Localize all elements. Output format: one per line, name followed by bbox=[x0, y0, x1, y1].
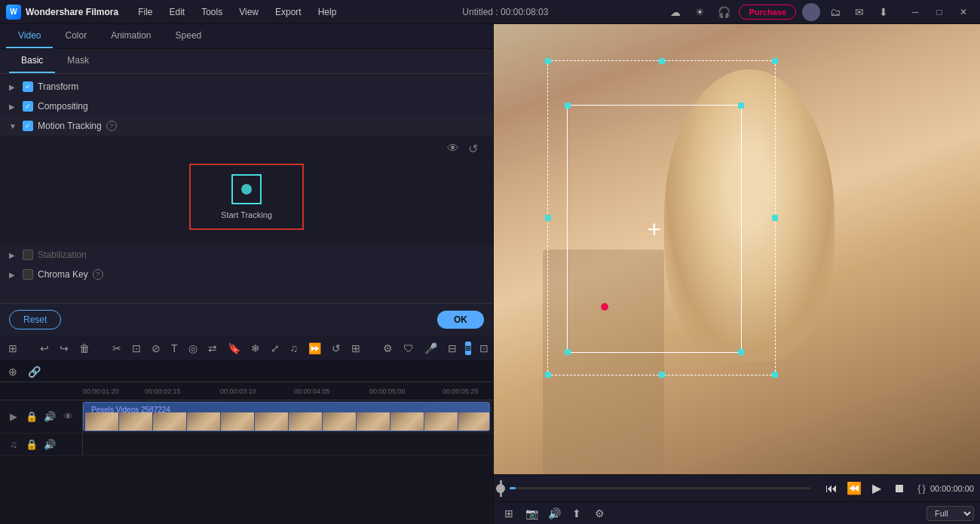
video-mute-icon[interactable]: 🔊 bbox=[42, 409, 57, 424]
motion-tracking-check[interactable]: ✓ bbox=[23, 121, 33, 131]
play-button[interactable]: ▶ bbox=[866, 478, 887, 499]
export2-icon[interactable]: ⬆ bbox=[568, 504, 586, 522]
content-area: Video Color Animation Speed Basic Mask ▶… bbox=[0, 24, 980, 524]
stop-button[interactable]: ⏹ bbox=[889, 478, 910, 499]
track-header-row: ⊕ 🔗 bbox=[0, 361, 493, 382]
video-clip[interactable]: Pexels Videos 2587224 bbox=[83, 402, 490, 431]
props-tab-mask[interactable]: Mask bbox=[55, 49, 101, 73]
audio-music-icon[interactable]: ♫ bbox=[6, 437, 21, 452]
video-track-content[interactable]: Pexels Videos 2587224 bbox=[83, 400, 493, 433]
rotate-icon[interactable]: ↺ bbox=[329, 340, 343, 357]
section-chroma-key[interactable]: ▶ Chroma Key ? bbox=[0, 265, 493, 284]
titlebar: W Wondershare Filmora File Edit Tools Vi… bbox=[0, 0, 980, 24]
headset-icon[interactable]: 🎧 bbox=[715, 3, 733, 21]
video-track: ▶ 🔒 🔊 👁 Pexels Videos 2587224 bbox=[0, 400, 493, 434]
close-button[interactable]: ✕ bbox=[953, 2, 974, 23]
zoom-select[interactable]: Full 50% 75% 100% bbox=[926, 506, 974, 521]
transform2-icon[interactable]: ⤢ bbox=[268, 340, 282, 357]
settings-icon[interactable]: ⚙ bbox=[590, 504, 608, 522]
split-icon[interactable]: ⊘ bbox=[149, 340, 163, 357]
redo-icon[interactable]: ↪ bbox=[57, 340, 71, 357]
snap-icon[interactable]: ⊞ bbox=[465, 342, 471, 355]
props-tab-basic[interactable]: Basic bbox=[9, 49, 55, 73]
delete-icon[interactable]: 🗑 bbox=[77, 340, 92, 357]
section-compositing[interactable]: ▶ ✓ Compositing bbox=[0, 97, 493, 116]
effect-icon[interactable]: ◎ bbox=[186, 340, 200, 357]
start-tracking-button[interactable]: Start Tracking bbox=[189, 164, 304, 230]
audio-lock-icon[interactable]: 🔒 bbox=[24, 437, 39, 452]
mic-icon[interactable]: 🎤 bbox=[422, 340, 439, 357]
compositing-check[interactable]: ✓ bbox=[23, 101, 33, 112]
mail-icon[interactable]: ✉ bbox=[850, 3, 868, 21]
rewind-button[interactable]: ⏮ bbox=[821, 478, 842, 499]
video-lock-icon[interactable]: 🔒 bbox=[24, 409, 39, 424]
progress-track[interactable] bbox=[500, 480, 502, 497]
add-track-icon[interactable]: ⊕ bbox=[6, 363, 20, 380]
pip-icon[interactable]: ⊡ bbox=[477, 340, 491, 357]
audio-icon[interactable]: ♫ bbox=[288, 340, 301, 357]
timeline-scrubber[interactable] bbox=[510, 487, 810, 489]
camera-icon[interactable]: 📷 bbox=[522, 504, 541, 522]
chroma-key-check[interactable] bbox=[23, 269, 33, 280]
speed2-icon[interactable]: ⏩ bbox=[306, 340, 323, 357]
replace-icon[interactable]: ⇄ bbox=[206, 340, 219, 357]
transform-check[interactable]: ✓ bbox=[23, 81, 33, 92]
bookmark-icon[interactable]: 🔖 bbox=[225, 340, 243, 357]
video-eye-icon[interactable]: 👁 bbox=[60, 409, 75, 424]
text-icon[interactable]: T bbox=[169, 340, 180, 357]
video-track-controls: ▶ 🔒 🔊 👁 bbox=[0, 400, 83, 433]
tab-color[interactable]: Color bbox=[53, 24, 99, 48]
menu-export[interactable]: Export bbox=[268, 4, 309, 20]
purchase-button[interactable]: Purchase bbox=[739, 5, 796, 20]
thumb-7 bbox=[289, 412, 322, 432]
ok-button[interactable]: OK bbox=[437, 311, 484, 329]
crop-icon[interactable]: ⊡ bbox=[130, 340, 143, 357]
gear-icon[interactable]: ⚙ bbox=[381, 340, 395, 357]
tracking-reset-icon[interactable]: ↺ bbox=[468, 142, 478, 156]
projects-icon[interactable]: 🗂 bbox=[826, 3, 844, 21]
fullscreen-icon[interactable]: ⊞ bbox=[500, 504, 518, 522]
sun-icon[interactable]: ☀ bbox=[691, 3, 709, 21]
download-icon[interactable]: ⬇ bbox=[874, 3, 893, 21]
avatar[interactable] bbox=[802, 3, 820, 21]
tools-grid-icon[interactable]: ⊞ bbox=[6, 340, 20, 357]
video-play-icon[interactable]: ▶ bbox=[6, 409, 21, 424]
section-stabilization[interactable]: ▶ Stabilization bbox=[0, 245, 493, 265]
section-transform[interactable]: ▶ ✓ Transform bbox=[0, 77, 493, 97]
in-point-icon[interactable]: { bbox=[917, 483, 920, 494]
reset-button[interactable]: Reset bbox=[9, 310, 61, 329]
maximize-button[interactable]: □ bbox=[929, 2, 950, 23]
out-point-icon[interactable]: } bbox=[923, 483, 926, 494]
tab-speed[interactable]: Speed bbox=[164, 24, 214, 48]
cut-icon[interactable]: ✂ bbox=[110, 340, 124, 357]
tick-1: 00:00:02:15 bbox=[145, 388, 181, 395]
tracking-eye-icon[interactable]: 👁 bbox=[447, 142, 459, 156]
app-logo: W Wondershare Filmora bbox=[6, 5, 118, 20]
freeze-icon[interactable]: ❄ bbox=[249, 340, 262, 357]
chroma-help-icon[interactable]: ? bbox=[93, 269, 103, 280]
arrow-down-icon: ▼ bbox=[9, 122, 18, 130]
menu-file[interactable]: File bbox=[130, 4, 160, 20]
menu-tools[interactable]: Tools bbox=[194, 4, 230, 20]
tab-animation[interactable]: Animation bbox=[99, 24, 163, 48]
section-motion-tracking[interactable]: ▼ ✓ Motion Tracking ? bbox=[0, 116, 493, 136]
tab-video[interactable]: Video bbox=[6, 24, 53, 48]
audio-volume-icon[interactable]: 🔊 bbox=[42, 437, 57, 452]
extend-icon[interactable]: ⊞ bbox=[349, 340, 363, 357]
shield-icon[interactable]: 🛡 bbox=[401, 340, 416, 357]
menu-view[interactable]: View bbox=[231, 4, 266, 20]
progress-handle[interactable] bbox=[496, 484, 505, 493]
menu-edit[interactable]: Edit bbox=[161, 4, 192, 20]
prev-frame-button[interactable]: ⏪ bbox=[844, 478, 865, 499]
menu-help[interactable]: Help bbox=[311, 4, 345, 20]
undo-icon[interactable]: ↩ bbox=[38, 340, 51, 357]
video-tabs: Video Color Animation Speed bbox=[0, 24, 493, 49]
cloud-icon[interactable]: ☁ bbox=[666, 3, 684, 21]
ruler-ticks: 00:00:01:20 00:00:02:15 00:00:03:10 00:0… bbox=[83, 382, 493, 400]
minimize-button[interactable]: ─ bbox=[905, 2, 926, 23]
link-icon[interactable]: 🔗 bbox=[26, 363, 43, 380]
audio-mixer-icon[interactable]: 🔊 bbox=[545, 504, 563, 522]
multitrack-icon[interactable]: ⊟ bbox=[446, 340, 459, 357]
stabilization-check[interactable] bbox=[23, 250, 33, 260]
help-icon[interactable]: ? bbox=[106, 121, 117, 131]
